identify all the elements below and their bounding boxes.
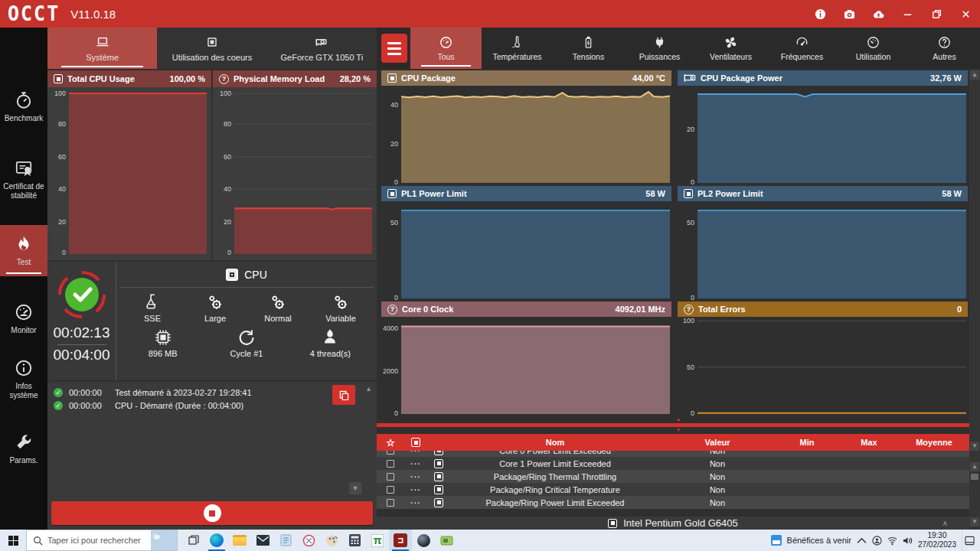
start-button[interactable] bbox=[0, 530, 26, 551]
taskbar-explorer-icon[interactable] bbox=[228, 530, 251, 551]
tray-app-icon[interactable] bbox=[771, 535, 782, 546]
row-menu-dots-icon[interactable]: ··· bbox=[404, 459, 427, 468]
column-min[interactable]: Min bbox=[775, 438, 839, 447]
row-checkbox[interactable] bbox=[387, 460, 394, 468]
taskbar-cinebench-icon[interactable] bbox=[412, 530, 435, 551]
option-instruction-set: SSE bbox=[122, 292, 182, 323]
right-scrollbar[interactable]: ▲ ▼ ▲ ▼ bbox=[969, 69, 980, 530]
y-axis-tick: 0 bbox=[691, 294, 694, 302]
y-axis-tick: 40 bbox=[58, 185, 66, 193]
taskbar-edge-icon[interactable] bbox=[205, 530, 228, 551]
splitter-down-icon[interactable]: ▼ bbox=[676, 427, 681, 432]
scroll-thumb[interactable] bbox=[971, 474, 978, 480]
taskbar-notepad-icon[interactable] bbox=[274, 530, 297, 551]
tab-systeme[interactable]: Système bbox=[47, 28, 157, 69]
row-menu-dots-icon[interactable]: ··· bbox=[404, 485, 427, 494]
y-axis-tick: 100 bbox=[683, 317, 694, 324]
splitter-handle[interactable] bbox=[377, 423, 969, 427]
taskbar-clock[interactable]: 19:30 27/02/2023 bbox=[918, 531, 956, 550]
splitter-up-icon[interactable]: ▲ bbox=[676, 416, 681, 422]
table-row[interactable]: ··· Package/Ring Power Limit Exceeded No… bbox=[377, 496, 969, 509]
taskbar-mail-icon[interactable] bbox=[251, 530, 274, 551]
table-row[interactable]: ··· Core 1 Power Limit Exceeded Non bbox=[377, 457, 969, 470]
task-view-button[interactable] bbox=[182, 530, 205, 551]
taskbar-snip-icon[interactable] bbox=[297, 530, 320, 551]
row-menu-dots-icon[interactable]: ··· bbox=[404, 472, 427, 481]
row-menu-dots-icon[interactable]: ··· bbox=[404, 451, 427, 455]
tab-temperatures[interactable]: Températures bbox=[482, 28, 553, 69]
y-axis-tick: 0 bbox=[691, 409, 694, 417]
sensors-table: ☆ Nom Valeur Min Max Moyenne ··· Core 0 … bbox=[377, 434, 969, 509]
column-valeur[interactable]: Valeur bbox=[660, 438, 775, 447]
taskbar-gpuz-icon[interactable] bbox=[435, 530, 458, 551]
log-scroll-down-icon[interactable]: ▼ bbox=[349, 482, 361, 494]
tab-tensions[interactable]: Tensions bbox=[553, 28, 624, 69]
question-icon: ? bbox=[387, 305, 397, 315]
taskbar-calculator-icon[interactable] bbox=[343, 530, 366, 551]
tab-ventilateurs[interactable]: Ventilateurs bbox=[695, 28, 766, 69]
tray-chevron-up-icon[interactable] bbox=[857, 536, 867, 546]
tab-geforce-gtx-1050-ti[interactable]: GeForce GTX 1050 Ti bbox=[267, 28, 377, 69]
tab-utilisation[interactable]: Utilisation bbox=[838, 28, 909, 69]
table-row[interactable]: ··· Package/Ring Thermal Throttling Non bbox=[377, 470, 969, 483]
scroll-down-icon[interactable]: ▼ bbox=[970, 517, 979, 527]
menu-hamburger-button[interactable] bbox=[381, 34, 407, 63]
y-axis-tick: 0 bbox=[227, 249, 231, 256]
sidebar-item-infos-systeme[interactable]: Infos système bbox=[0, 349, 47, 409]
tab-autres[interactable]: Autres bbox=[909, 28, 980, 69]
screenshot-camera-icon[interactable] bbox=[835, 0, 864, 28]
row-checkbox[interactable] bbox=[387, 451, 394, 455]
tray-volume-icon[interactable] bbox=[903, 536, 913, 546]
taskbar-search-input[interactable]: Taper ici pour rechercher bbox=[26, 530, 178, 551]
y-axis-tick: 20 bbox=[58, 218, 66, 226]
y-axis-tick: 100 bbox=[220, 90, 231, 97]
sidebar-item-params[interactable]: Params. bbox=[0, 423, 47, 474]
cpu-checkbox-icon bbox=[226, 269, 238, 281]
restore-button[interactable] bbox=[922, 0, 951, 28]
tab-utilisation-des-coeurs[interactable]: Utilisation des coeurs bbox=[157, 28, 266, 69]
stop-test-button[interactable] bbox=[51, 501, 373, 525]
star-icon[interactable]: ☆ bbox=[377, 437, 404, 448]
cpu-test-options-row1: SSE Large Normal Variable bbox=[116, 288, 377, 323]
row-checkbox[interactable] bbox=[387, 499, 394, 507]
pl2-power-limit-plot bbox=[697, 204, 966, 298]
table-row[interactable]: ··· Core 0 Power Limit Exceeded Non bbox=[377, 451, 969, 457]
log-scroll-up-icon[interactable]: ▲ bbox=[365, 385, 372, 393]
scroll-down-icon[interactable]: ▼ bbox=[970, 442, 979, 451]
tab-puissances[interactable]: Puissances bbox=[624, 28, 695, 69]
cpu-group-header[interactable]: Intel Pentium Gold G6405 ∧ bbox=[377, 517, 969, 530]
table-row[interactable]: ··· Package/Ring Critical Temperature No… bbox=[377, 483, 969, 496]
taskbar-paint-icon[interactable] bbox=[320, 530, 343, 551]
check-icon: ✓ bbox=[54, 388, 63, 397]
chart-cpu-package: CPU Package 44,00 °C 02040 bbox=[381, 70, 671, 186]
tray-person-icon[interactable] bbox=[872, 536, 882, 546]
scroll-up-icon[interactable]: ▲ bbox=[970, 70, 979, 80]
sidebar-item-certificat[interactable]: Certificat de stabilité bbox=[0, 149, 47, 210]
copy-log-button[interactable] bbox=[332, 385, 355, 405]
plug-icon bbox=[652, 35, 667, 50]
column-moyenne[interactable]: Moyenne bbox=[899, 438, 969, 447]
cloud-upload-icon[interactable] bbox=[864, 0, 893, 28]
scroll-up-icon[interactable]: ▲ bbox=[970, 462, 979, 471]
tab-tous[interactable]: Tous bbox=[410, 28, 482, 69]
wrench-icon bbox=[14, 432, 34, 452]
notification-center-button[interactable] bbox=[962, 530, 977, 551]
row-menu-dots-icon[interactable]: ··· bbox=[404, 498, 427, 507]
info-icon[interactable] bbox=[805, 0, 835, 28]
y-axis-tick: 4000 bbox=[383, 324, 398, 332]
close-button[interactable] bbox=[951, 0, 980, 28]
minimize-button[interactable] bbox=[893, 0, 922, 28]
tab-frequences[interactable]: Fréquences bbox=[766, 28, 838, 69]
column-nom[interactable]: Nom bbox=[450, 438, 660, 447]
taskbar-superpi-icon[interactable]: π bbox=[366, 530, 389, 551]
row-checkbox[interactable] bbox=[387, 486, 394, 494]
dial-icon bbox=[795, 35, 809, 50]
tray-wifi-icon[interactable] bbox=[887, 536, 897, 546]
collapse-chevron-icon[interactable]: ∧ bbox=[942, 519, 948, 527]
sidebar-item-monitor[interactable]: Monitor bbox=[0, 293, 47, 344]
sidebar-item-test[interactable]: Test bbox=[0, 225, 47, 276]
column-max[interactable]: Max bbox=[839, 438, 899, 447]
sidebar-item-benchmark[interactable]: Benchmark bbox=[0, 81, 47, 132]
taskbar-occt-icon[interactable]: ⊐ bbox=[389, 530, 412, 551]
row-checkbox[interactable] bbox=[387, 473, 394, 481]
